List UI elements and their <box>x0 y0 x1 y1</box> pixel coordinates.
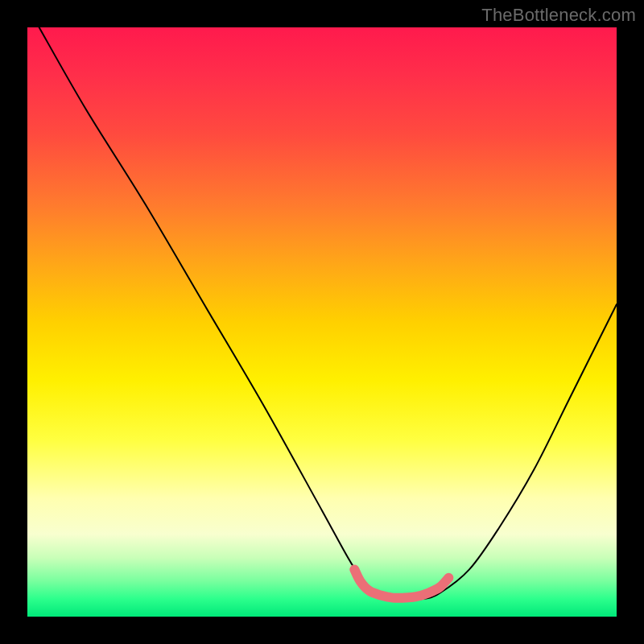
chart-area <box>27 27 617 617</box>
valley-marker <box>354 569 448 597</box>
app-frame: TheBottleneck.com <box>0 0 644 644</box>
bottleneck-curve <box>39 27 617 600</box>
chart-svg <box>27 27 617 617</box>
watermark-text: TheBottleneck.com <box>481 5 636 26</box>
